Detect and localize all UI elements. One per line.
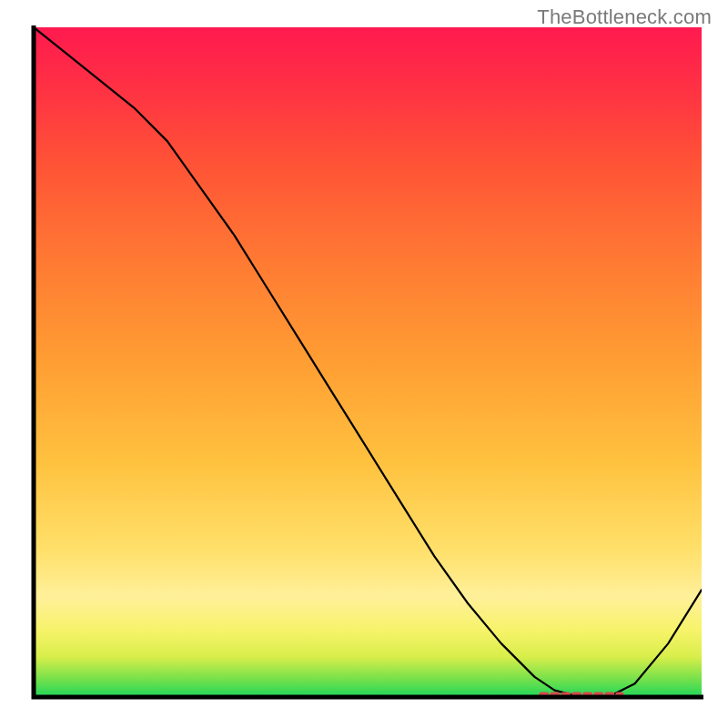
chart-svg bbox=[0, 0, 728, 728]
chart-stage: TheBottleneck.com bbox=[0, 0, 728, 728]
gradient-fill bbox=[34, 27, 702, 697]
watermark-label: TheBottleneck.com bbox=[537, 5, 712, 29]
